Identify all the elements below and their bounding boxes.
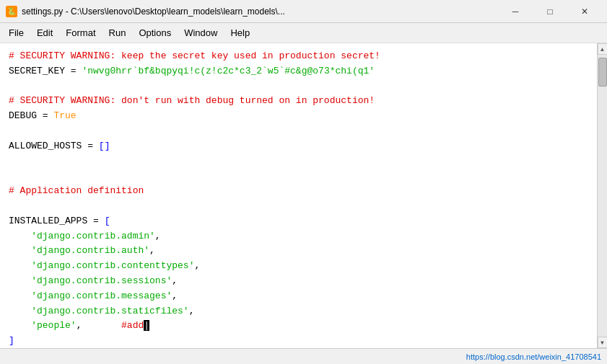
menu-format[interactable]: Format <box>60 25 101 41</box>
maximize-button[interactable]: □ <box>533 0 567 23</box>
minimize-button[interactable]: ─ <box>499 0 532 23</box>
code-editor[interactable]: # SECURITY WARNING: keep the secret key … <box>0 43 597 348</box>
menu-bar: File Edit Format Run Options Window Help <box>0 23 607 43</box>
status-bar: https://blog.csdn.net/weixin_41708541 <box>0 348 607 364</box>
title-bar-controls: ─ □ ✕ <box>499 0 601 23</box>
close-button[interactable]: ✕ <box>568 0 601 23</box>
scrollbar[interactable]: ▲ ▼ <box>597 43 607 348</box>
editor-container: # SECURITY WARNING: keep the secret key … <box>0 43 607 348</box>
menu-window[interactable]: Window <box>178 25 223 41</box>
menu-help[interactable]: Help <box>224 25 256 41</box>
scrollbar-track[interactable] <box>598 55 607 337</box>
scrollbar-thumb[interactable] <box>598 58 607 86</box>
app-icon: 🐍 <box>6 6 17 17</box>
menu-options[interactable]: Options <box>133 25 177 41</box>
menu-run[interactable]: Run <box>103 25 132 41</box>
title-bar: 🐍 settings.py - C:\Users\lenovo\Desktop\… <box>0 0 607 23</box>
status-text: https://blog.csdn.net/weixin_41708541 <box>466 352 601 361</box>
title-bar-text: settings.py - C:\Users\lenovo\Desktop\le… <box>22 6 499 17</box>
menu-file[interactable]: File <box>3 25 30 41</box>
scroll-up-arrow[interactable]: ▲ <box>598 43 608 55</box>
scroll-down-arrow[interactable]: ▼ <box>598 337 608 348</box>
menu-edit[interactable]: Edit <box>31 25 58 41</box>
